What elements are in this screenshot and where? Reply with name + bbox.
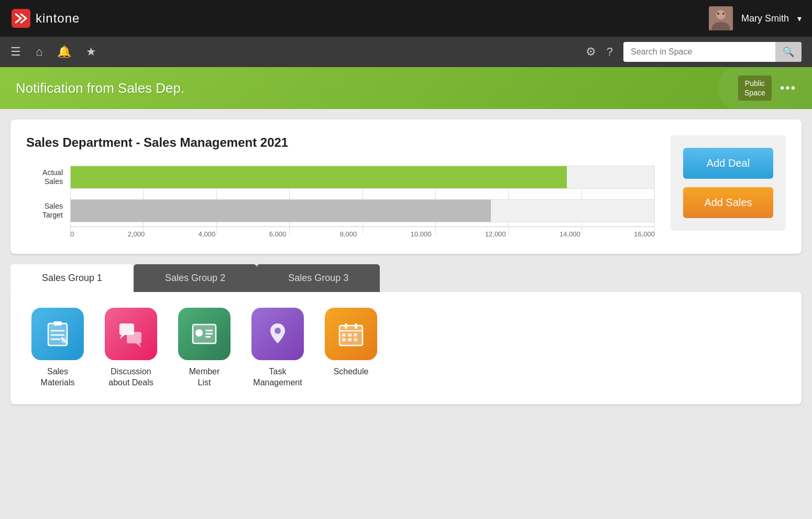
search-input[interactable] <box>623 43 775 61</box>
bar-fill-target <box>71 200 491 222</box>
search-button[interactable]: 🔍 <box>775 42 802 62</box>
chat-icon <box>117 320 145 348</box>
svg-rect-7 <box>53 321 62 326</box>
notification-icon[interactable]: 🔔 <box>57 45 71 59</box>
buttons-section: Add Deal Add Sales <box>671 135 786 231</box>
app-item-task-management[interactable]: TaskManagement <box>251 308 304 388</box>
secondary-navigation: ☰ ⌂ 🔔 ★ ⚙ ? 🔍 <box>0 37 812 67</box>
search-container: 🔍 <box>623 42 802 62</box>
svg-rect-25 <box>355 323 357 329</box>
bar-label-actual: ActualSales <box>26 168 63 186</box>
tabs-section: Sales Group 1 Sales Group 2 Sales Group … <box>10 264 802 404</box>
calendar-icon <box>337 320 365 348</box>
app-icon-sales-materials <box>31 308 84 360</box>
app-icon-schedule <box>325 308 377 360</box>
member-icon <box>191 320 218 348</box>
svg-rect-28 <box>354 333 357 337</box>
bar-fill-actual <box>71 166 567 188</box>
app-icon-discussion-deals <box>105 308 157 360</box>
favorites-icon[interactable]: ★ <box>86 45 96 59</box>
apps-grid: SalesMaterials Discussionabout Deals <box>31 308 781 388</box>
svg-point-11 <box>61 337 67 343</box>
svg-rect-26 <box>342 333 346 337</box>
svg-rect-18 <box>205 330 213 331</box>
tab-sales-group-3[interactable]: Sales Group 3 <box>257 264 380 292</box>
bar-track-actual <box>70 166 655 189</box>
user-name: Mary Smith <box>741 13 789 24</box>
svg-rect-14 <box>127 332 141 343</box>
tabs-header: Sales Group 1 Sales Group 2 Sales Group … <box>10 264 802 292</box>
bar-row-actual: ActualSales <box>26 166 655 189</box>
svg-point-21 <box>275 328 281 334</box>
app-name-schedule: Schedule <box>334 366 369 377</box>
app-item-schedule[interactable]: Schedule <box>325 308 377 388</box>
kintone-logo[interactable]: kintone <box>10 8 80 29</box>
svg-rect-30 <box>348 338 352 341</box>
svg-rect-29 <box>342 338 346 341</box>
space-title: Notification from Sales Dep. <box>16 80 184 96</box>
app-name-member-list: MemberList <box>189 366 220 388</box>
svg-point-4 <box>722 13 725 15</box>
svg-marker-15 <box>136 343 141 348</box>
app-item-discussion-deals[interactable]: Discussionabout Deals <box>105 308 157 388</box>
add-deal-button[interactable]: Add Deal <box>683 148 773 179</box>
app-name-sales-materials: SalesMaterials <box>41 366 75 388</box>
clipboard-icon <box>44 320 71 348</box>
more-options-button[interactable]: ••• <box>780 81 796 95</box>
svg-point-3 <box>717 13 719 15</box>
chart-section: Sales Department - Sales Management 2021 <box>26 135 655 238</box>
logo-text: kintone <box>36 11 80 26</box>
logo-section: kintone <box>10 8 80 29</box>
chart-card: Sales Department - Sales Management 2021 <box>10 120 802 254</box>
apps-card: SalesMaterials Discussionabout Deals <box>10 292 802 404</box>
pin-icon <box>264 320 291 348</box>
svg-rect-24 <box>345 323 347 329</box>
chart-title: Sales Department - Sales Management 2021 <box>26 135 655 150</box>
menu-icon[interactable]: ☰ <box>10 45 21 59</box>
bar-label-target: SalesTarget <box>26 202 63 220</box>
tab-sales-group-2[interactable]: Sales Group 2 <box>134 264 257 292</box>
app-name-task-management: TaskManagement <box>253 366 302 388</box>
chart-card-inner: Sales Department - Sales Management 2021 <box>26 135 786 238</box>
bar-row-target: SalesTarget <box>26 199 655 222</box>
help-icon[interactable]: ? <box>607 45 613 59</box>
avatar <box>709 6 733 30</box>
user-section: Mary Smith ▾ <box>709 6 802 30</box>
svg-rect-27 <box>348 333 352 337</box>
avatar-image <box>709 6 733 30</box>
app-icon-task-management <box>251 308 304 360</box>
main-content: Sales Department - Sales Management 2021 <box>0 109 812 415</box>
top-navigation: kintone Mary Smith ▾ <box>0 0 812 37</box>
public-space-label: PublicSpace <box>738 75 772 101</box>
home-icon[interactable]: ⌂ <box>36 45 42 59</box>
bar-track-target <box>70 199 655 222</box>
space-header: Notification from Sales Dep. PublicSpace… <box>0 67 812 109</box>
app-name-discussion-deals: Discussionabout Deals <box>108 366 153 388</box>
svg-rect-19 <box>205 333 213 334</box>
svg-rect-31 <box>354 338 357 341</box>
svg-point-17 <box>195 329 203 337</box>
app-icon-member-list <box>178 308 231 360</box>
secondary-nav-right: ⚙ ? 🔍 <box>586 42 802 62</box>
svg-point-2 <box>716 10 726 19</box>
space-header-right: PublicSpace ••• <box>738 75 796 101</box>
secondary-nav-left: ☰ ⌂ 🔔 ★ <box>10 45 570 59</box>
user-dropdown-arrow[interactable]: ▾ <box>797 14 802 24</box>
settings-icon[interactable]: ⚙ <box>586 45 596 59</box>
svg-rect-20 <box>205 336 211 338</box>
svg-marker-13 <box>119 335 125 339</box>
logo-icon <box>10 8 31 29</box>
avatar-svg <box>709 6 733 30</box>
tab-sales-group-1[interactable]: Sales Group 1 <box>10 264 134 292</box>
app-item-sales-materials[interactable]: SalesMaterials <box>31 308 84 388</box>
add-sales-button[interactable]: Add Sales <box>683 187 773 218</box>
app-item-member-list[interactable]: MemberList <box>178 308 231 388</box>
